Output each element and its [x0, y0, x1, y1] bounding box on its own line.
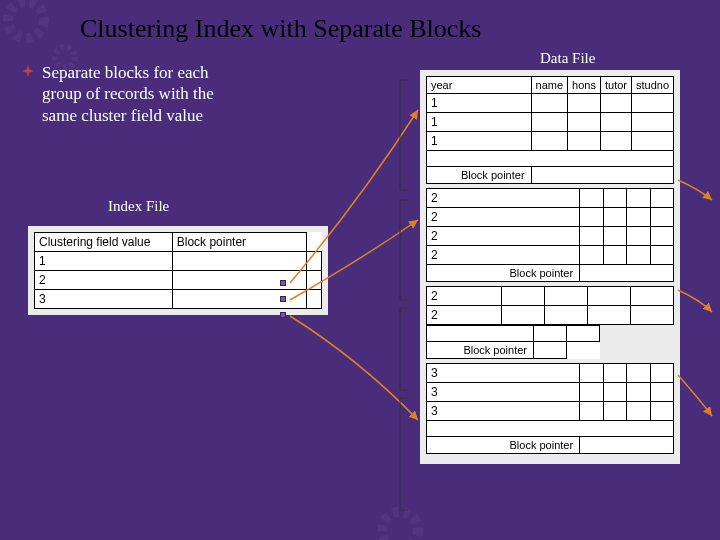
star-bullet-icon	[22, 65, 34, 77]
index-cell: 2	[35, 271, 173, 290]
data-header: year	[427, 77, 532, 94]
data-cell: 2	[427, 227, 580, 246]
data-cell: 2	[427, 306, 502, 325]
index-cell	[172, 290, 306, 309]
square-bullet-icon	[280, 280, 286, 286]
data-file-panel: year name hons tutor studno 1 1 1 Block …	[420, 70, 680, 464]
data-header: studno	[631, 77, 673, 94]
index-cell	[172, 271, 306, 290]
data-block: 2 2 Block pointer	[426, 286, 674, 359]
data-cell: 2	[427, 208, 580, 227]
index-cell	[172, 252, 306, 271]
data-table: year name hons tutor studno 1 1 1 Block …	[426, 76, 674, 184]
svg-point-0	[8, 2, 44, 38]
index-cell: 1	[35, 252, 173, 271]
data-cell: 2	[427, 189, 580, 208]
data-header: hons	[568, 77, 601, 94]
svg-point-2	[382, 512, 418, 540]
data-cell: 3	[427, 383, 580, 402]
data-header: name	[531, 77, 568, 94]
index-cell	[306, 252, 321, 271]
index-cell	[306, 290, 321, 309]
data-block: 3 3 3 Block pointer	[426, 363, 674, 454]
data-block: year name hons tutor studno 1 1 1 Block …	[426, 76, 674, 184]
block-pointer-label: Block pointer	[427, 342, 534, 359]
index-header-field: Clustering field value	[35, 233, 173, 252]
data-table: 2 2	[426, 286, 674, 325]
data-cell: 3	[427, 364, 580, 383]
index-table: Clustering field value Block pointer 1 2…	[34, 232, 322, 309]
data-cell: 1	[427, 94, 532, 113]
data-cell: 3	[427, 402, 580, 421]
index-cell	[306, 271, 321, 290]
data-cell: 2	[427, 287, 502, 306]
data-table: 3 3 3 Block pointer	[426, 363, 674, 454]
data-table: Block pointer	[426, 325, 600, 359]
block-pointer-label: Block pointer	[427, 265, 580, 282]
index-header-pointer: Block pointer	[172, 233, 306, 252]
data-cell: 1	[427, 113, 532, 132]
data-block: 2 2 2 2 Block pointer	[426, 188, 674, 282]
square-bullet-icon	[280, 312, 286, 318]
data-file-label: Data File	[540, 50, 595, 67]
bullet-text: Separate blocks for each group of record…	[42, 62, 252, 126]
data-cell: 2	[427, 246, 580, 265]
data-table: 2 2 2 2 Block pointer	[426, 188, 674, 282]
data-header: tutor	[600, 77, 631, 94]
gear-icon	[370, 500, 430, 540]
block-pointer-label: Block pointer	[427, 437, 580, 454]
index-file-label: Index File	[108, 198, 169, 215]
square-bullet-icon	[280, 296, 286, 302]
page-title: Clustering Index with Separate Blocks	[80, 14, 481, 44]
svg-marker-3	[22, 65, 34, 77]
block-pointer-label: Block pointer	[427, 167, 532, 184]
data-cell: 1	[427, 132, 532, 151]
index-cell: 3	[35, 290, 173, 309]
bullet-item: Separate blocks for each group of record…	[22, 62, 252, 126]
